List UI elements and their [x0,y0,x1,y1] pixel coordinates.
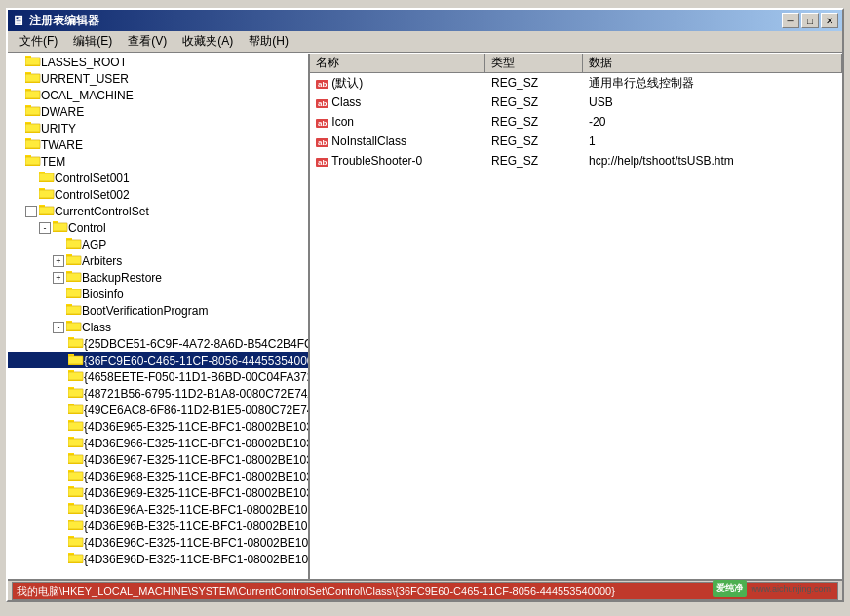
folder-icon [68,336,84,351]
title-bar: 🖥 注册表编辑器 ─ □ ✕ [8,10,842,31]
minimize-button[interactable]: ─ [782,13,799,28]
tree-expand-btn[interactable]: + [53,272,64,284]
tree-item[interactable]: {4658EETE-F050-11D1-B6BD-00C04FA372A7} [8,368,308,385]
reg-value-icon: ab [316,119,328,128]
svg-rect-47 [66,306,81,314]
tree-item[interactable]: {4D36E969-E325-11CE-BFC1-08002BE10318} [8,484,308,501]
tree-item[interactable]: LASSES_ROOT [8,54,308,70]
tree-item[interactable]: {4D36E968-E325-11CE-BFC1-08002BE10318} [8,468,308,484]
tree-expand-btn[interactable]: - [53,322,64,333]
list-item[interactable]: abIconREG_SZ-20 [310,112,842,132]
maximize-button[interactable]: □ [801,13,819,28]
folder-icon [25,137,41,152]
list-cell-type: REG_SZ [485,114,583,130]
menu-help[interactable]: 帮助(H) [241,31,296,52]
tree-expand-btn[interactable]: - [25,206,37,217]
tree-item-label: BootVerificationProgram [82,304,208,318]
tree-item[interactable]: OCAL_MACHINE [8,87,308,103]
tree-item[interactable]: DWARE [8,103,308,120]
folder-icon [66,237,82,251]
tree-expand-btn[interactable]: - [39,222,51,234]
menu-file[interactable]: 文件(F) [12,31,65,52]
tree-item-label: {49CE6AC8-6F86-11D2-B1E5-0080C72E74A2} [84,404,308,417]
tree-item[interactable]: + BackupRestore [8,269,308,286]
tree-item[interactable]: ControlSet002 [8,186,308,203]
tree-item[interactable]: - Class [8,319,308,335]
tree-item-label: {25DBCE51-6C9F-4A72-8A6D-B54C2B4FC835} [84,337,308,351]
svg-rect-68 [68,422,83,430]
list-body[interactable]: ab(默认)REG_SZ通用串行总线控制器abClassREG_SZUSBabI… [310,73,842,579]
reg-value-icon: ab [316,99,328,108]
tree-item[interactable]: URITY [8,120,308,136]
list-cell-name: abNoInstallClass [310,134,485,149]
list-cell-data: hcp://help/tshoot/tsUSB.htm [583,153,842,169]
tree-item-label: {4D36E966-E325-11CE-BFC1-08002BE10318} [84,437,308,450]
tree-item[interactable]: AGP [8,236,308,252]
tree-item[interactable]: TEM [8,153,308,170]
svg-rect-74 [68,455,83,463]
tree-item[interactable]: {4D36E96A-E325-11CE-BFC1-08002BE10318} [8,501,308,518]
folder-icon [68,469,84,483]
tree-item[interactable]: URRENT_USER [8,70,308,87]
tree-item[interactable]: {36FC9E60-C465-11CF-8056-444553540000} [8,352,308,368]
svg-rect-38 [66,256,81,264]
folder-icon [68,419,84,434]
watermark-url: www.aichunjing.com [751,584,831,594]
svg-rect-5 [25,74,40,82]
svg-rect-32 [53,223,67,231]
folder-icon [68,519,84,533]
menu-view[interactable]: 查看(V) [120,31,174,52]
window-title: 注册表编辑器 [29,13,99,29]
svg-rect-14 [25,124,40,132]
tree-item-label: CurrentControlSet [55,205,149,218]
list-item[interactable]: abNoInstallClassREG_SZ1 [310,132,842,151]
watermark-logo: 爱纯净 [713,580,747,597]
list-item[interactable]: abTroubleShooter-0REG_SZhcp://help/tshoo… [310,151,842,171]
tree-scroll[interactable]: LASSES_ROOT URRENT_USER OCAL_MACHINE DWA… [8,54,308,579]
tree-item-label: {4D36E96A-E325-11CE-BFC1-08002BE10318} [84,503,308,517]
tree-item[interactable]: Biosinfo [8,286,308,302]
tree-item[interactable]: - CurrentControlSet [8,203,308,219]
list-item[interactable]: ab(默认)REG_SZ通用串行总线控制器 [310,73,842,93]
svg-rect-77 [68,472,83,480]
tree-item-label: ControlSet001 [55,172,130,185]
tree-item[interactable]: {4D36E96D-E325-11CE-BFC1-08002BE10318} [8,551,308,567]
svg-rect-23 [39,173,54,181]
tree-item[interactable]: ControlSet001 [8,170,308,186]
svg-rect-11 [25,107,40,115]
folder-icon [66,303,82,318]
list-cell-data: -20 [583,114,842,130]
tree-item[interactable]: BootVerificationProgram [8,302,308,319]
tree-item[interactable]: {48721B56-6795-11D2-B1A8-0080C72E74A2} [8,385,308,402]
tree-item[interactable]: {49CE6AC8-6F86-11D2-B1E5-0080C72E74A2} [8,402,308,418]
column-type[interactable]: 类型 [485,54,583,72]
folder-icon [68,485,84,500]
column-data[interactable]: 数据 [583,54,842,72]
column-name[interactable]: 名称 [310,54,485,72]
tree-item[interactable]: {4D36E96B-E325-11CE-BFC1-08002BE10318} [8,518,308,534]
menu-favorites[interactable]: 收藏夹(A) [174,31,241,52]
title-bar-text: 🖥 注册表编辑器 [12,13,99,29]
tree-item[interactable]: {4D36E966-E325-11CE-BFC1-08002BE10318} [8,435,308,451]
tree-item[interactable]: TWARE [8,136,308,153]
tree-item[interactable]: {4D36E965-E325-11CE-BFC1-08002BE10318} [8,418,308,435]
tree-item-label: Class [82,321,111,334]
folder-icon [25,104,41,119]
tree-item[interactable]: {4D36E967-E325-11CE-BFC1-08002BE10318} [8,451,308,468]
tree-item[interactable]: - Control [8,219,308,236]
main-window: 🖥 注册表编辑器 ─ □ ✕ 文件(F) 编辑(E) 查看(V) 收藏夹(A) … [6,8,844,602]
list-header: 名称 类型 数据 [310,54,842,73]
tree-expand-btn[interactable]: + [53,255,64,267]
tree-item[interactable]: + Arbiters [8,252,308,269]
folder-icon [25,121,41,135]
close-button[interactable]: ✕ [821,13,838,28]
list-item[interactable]: abClassREG_SZUSB [310,93,842,112]
tree-item[interactable]: {4D36E96C-E325-11CE-BFC1-08002BE10318} [8,534,308,551]
tree-item[interactable]: {25DBCE51-6C9F-4A72-8A6D-B54C2B4FC835} [8,335,308,352]
tree-item-label: ControlSet002 [55,188,130,202]
menu-edit[interactable]: 编辑(E) [65,31,120,52]
svg-rect-71 [68,439,83,446]
folder-icon [68,502,84,517]
tree-item-label: {48721B56-6795-11D2-B1A8-0080C72E74A2} [84,387,308,401]
svg-rect-53 [68,339,83,347]
